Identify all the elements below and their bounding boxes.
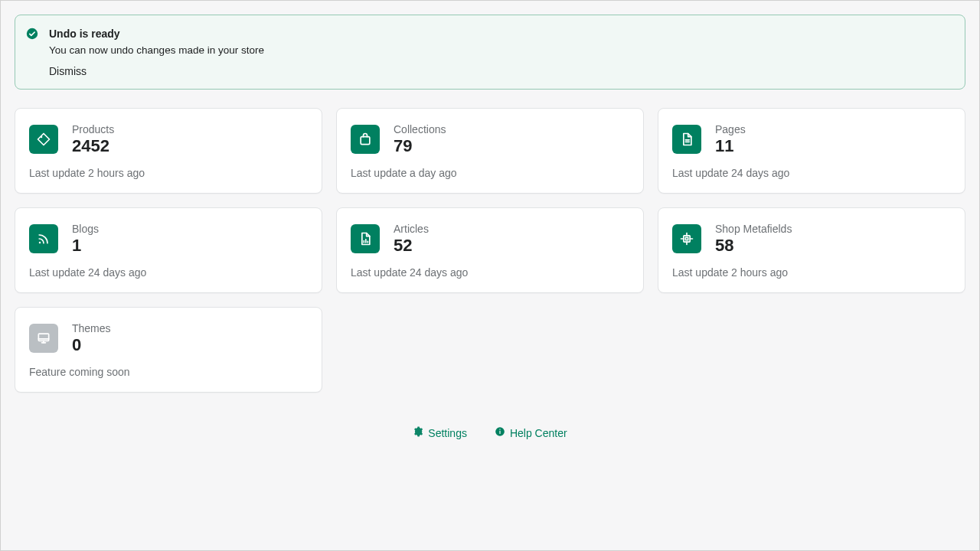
svg-rect-6 [684, 236, 690, 242]
card-footer: Last update 24 days ago [351, 266, 629, 279]
card-articles[interactable]: Articles 52 Last update 24 days ago [336, 207, 644, 293]
card-title: Products [72, 122, 114, 136]
link-label: Help Center [510, 427, 567, 439]
link-label: Settings [428, 427, 467, 439]
card-count: 2452 [72, 136, 114, 156]
svg-point-1 [41, 136, 43, 139]
dashboard-page: Undo is ready You can now undo changes m… [1, 1, 979, 453]
gear-icon [413, 426, 423, 439]
card-count: 79 [394, 136, 446, 156]
card-title: Articles [394, 222, 429, 236]
svg-rect-18 [499, 429, 500, 430]
card-footer: Last update a day ago [351, 167, 629, 179]
tag-icon [29, 125, 58, 154]
svg-rect-2 [361, 137, 370, 145]
check-circle-icon [26, 28, 38, 40]
banner-title: Undo is ready [49, 26, 951, 41]
page-icon [672, 125, 701, 154]
card-footer: Last update 2 hours ago [29, 167, 308, 179]
chip-icon [672, 224, 701, 253]
card-footer: Last update 24 days ago [672, 167, 951, 179]
card-footer: Feature coming soon [29, 366, 308, 378]
card-footer: Last update 2 hours ago [672, 266, 951, 279]
card-products[interactable]: Products 2452 Last update 2 hours ago [15, 108, 322, 194]
card-title: Collections [394, 122, 446, 136]
info-icon [495, 426, 505, 439]
dismiss-button[interactable]: Dismiss [49, 65, 87, 77]
card-themes[interactable]: Themes 0 Feature coming soon [15, 307, 322, 393]
card-count: 0 [72, 335, 111, 355]
svg-rect-7 [685, 237, 688, 240]
document-icon [351, 224, 380, 253]
monitor-icon [29, 324, 58, 353]
card-count: 1 [72, 236, 99, 256]
cards-grid: Products 2452 Last update 2 hours ago Co… [15, 108, 965, 393]
card-count: 58 [715, 236, 792, 256]
undo-ready-banner: Undo is ready You can now undo changes m… [15, 15, 965, 90]
card-pages[interactable]: Pages 11 Last update 24 days ago [658, 108, 965, 194]
svg-point-5 [39, 242, 41, 244]
rss-icon [29, 224, 58, 253]
help-center-link[interactable]: Help Center [495, 426, 567, 439]
card-title: Blogs [72, 222, 99, 236]
svg-point-0 [27, 28, 38, 39]
settings-link[interactable]: Settings [413, 426, 467, 439]
card-title: Themes [72, 321, 111, 335]
footer-links: Settings Help Center [15, 426, 965, 439]
card-blogs[interactable]: Blogs 1 Last update 24 days ago [15, 207, 322, 293]
svg-rect-17 [499, 431, 500, 434]
card-footer: Last update 24 days ago [29, 266, 308, 279]
card-count: 11 [715, 136, 746, 156]
card-collections[interactable]: Collections 79 Last update a day ago [336, 108, 644, 194]
bag-icon [351, 125, 380, 154]
card-title: Shop Metafields [715, 222, 792, 236]
card-count: 52 [394, 236, 429, 256]
card-metafields[interactable]: Shop Metafields 58 Last update 2 hours a… [658, 207, 965, 293]
svg-rect-12 [38, 334, 48, 341]
card-title: Pages [715, 122, 746, 136]
banner-description: You can now undo changes made in your st… [49, 44, 951, 56]
